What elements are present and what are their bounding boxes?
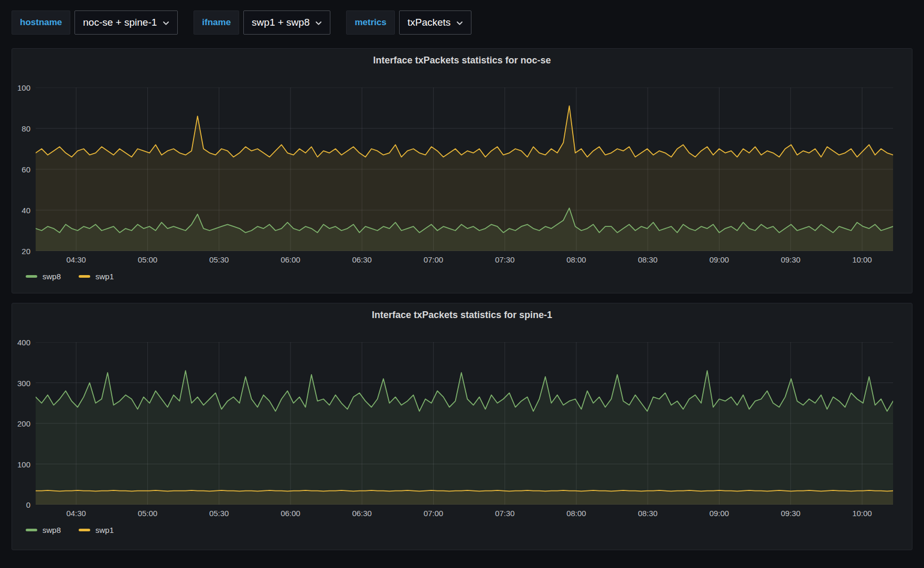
legend-label: swp8	[42, 272, 61, 281]
y-axis: 10080604020	[12, 88, 36, 251]
y-tick-label: 100	[17, 84, 30, 92]
panel-noc-se: Interface txPackets statistics for noc-s…	[12, 48, 912, 293]
x-axis: 04:3005:0005:3006:0006:3007:0007:3008:00…	[36, 509, 893, 519]
legend: swp8swp1	[26, 272, 912, 281]
legend-item-swp1[interactable]: swp1	[79, 526, 114, 534]
filter-group-metrics: metrics txPackets	[346, 10, 471, 35]
x-tick-label: 10:00	[852, 256, 872, 265]
x-tick-label: 09:00	[710, 256, 729, 265]
x-tick-label: 09:00	[710, 509, 729, 518]
chevron-down-icon	[315, 21, 322, 26]
filter-value-ifname[interactable]: swp1 + swp8	[243, 10, 330, 35]
x-tick-label: 04:30	[66, 256, 86, 265]
x-tick-label: 08:00	[566, 256, 586, 265]
legend-label: swp1	[95, 526, 114, 534]
x-tick-label: 06:00	[281, 509, 300, 518]
x-tick-label: 06:30	[352, 509, 372, 518]
legend-item-swp8[interactable]: swp8	[26, 526, 61, 534]
y-tick-label: 200	[17, 420, 30, 428]
x-tick-label: 05:00	[138, 509, 158, 518]
x-tick-label: 06:00	[281, 256, 300, 265]
x-tick-label: 05:30	[209, 509, 229, 518]
chevron-down-icon	[456, 21, 463, 26]
filter-group-hostname: hostname noc-se + spine-1	[12, 10, 178, 35]
filter-label-hostname: hostname	[12, 10, 70, 35]
x-tick-label: 09:30	[781, 256, 801, 265]
y-tick-label: 40	[22, 206, 30, 214]
x-tick-label: 09:30	[781, 509, 801, 518]
variable-filter-bar: hostname noc-se + spine-1 ifname swp1 + …	[0, 0, 924, 35]
y-tick-label: 60	[22, 166, 30, 173]
filter-group-ifname: ifname swp1 + swp8	[194, 10, 330, 35]
filter-value-text: txPackets	[407, 17, 450, 28]
y-axis: 4003002001000	[12, 342, 36, 505]
legend-swatch	[26, 275, 37, 278]
chevron-down-icon	[163, 21, 169, 26]
x-tick-label: 04:30	[66, 509, 86, 518]
legend-label: swp1	[95, 272, 114, 281]
chart-canvas	[36, 88, 893, 251]
filter-label-ifname: ifname	[194, 10, 239, 35]
x-tick-label: 05:00	[138, 256, 158, 265]
filter-value-hostname[interactable]: noc-se + spine-1	[74, 10, 178, 35]
filter-value-text: noc-se + spine-1	[83, 17, 157, 28]
chart-area: 4003002001000	[12, 342, 912, 505]
legend-swatch	[26, 529, 37, 531]
filter-value-metrics[interactable]: txPackets	[399, 10, 471, 35]
x-axis: 04:3005:0005:3006:0006:3007:0007:3008:00…	[36, 256, 893, 265]
y-tick-label: 300	[17, 379, 30, 387]
y-tick-label: 400	[17, 338, 30, 346]
filter-value-text: swp1 + swp8	[252, 17, 309, 28]
x-tick-label: 08:30	[638, 509, 658, 518]
legend-swatch	[79, 275, 90, 278]
plot-area[interactable]	[36, 342, 893, 505]
legend-item-swp1[interactable]: swp1	[79, 272, 114, 281]
x-tick-label: 07:30	[495, 509, 515, 518]
x-tick-label: 07:00	[424, 509, 444, 518]
panel-spine-1: Interface txPackets statistics for spine…	[12, 303, 912, 550]
x-tick-label: 08:00	[566, 509, 586, 518]
panel-title: Interface txPackets statistics for noc-s…	[12, 49, 912, 66]
x-tick-label: 05:30	[209, 256, 229, 265]
legend-swatch	[79, 529, 90, 531]
y-tick-label: 0	[26, 501, 30, 509]
legend-label: swp8	[42, 526, 61, 534]
y-tick-label: 80	[22, 125, 30, 133]
x-tick-label: 10:00	[852, 509, 872, 518]
panel-title: Interface txPackets statistics for spine…	[12, 303, 912, 321]
chart-area: 10080604020	[12, 88, 912, 251]
y-tick-label: 100	[17, 460, 30, 468]
x-tick-label: 06:30	[352, 256, 372, 265]
filter-label-metrics: metrics	[346, 10, 394, 35]
x-tick-label: 07:00	[424, 256, 444, 265]
x-tick-label: 07:30	[495, 256, 515, 265]
y-tick-label: 20	[22, 247, 30, 255]
legend-item-swp8[interactable]: swp8	[26, 272, 61, 281]
plot-area[interactable]	[36, 88, 893, 251]
legend: swp8swp1	[26, 526, 912, 534]
chart-canvas	[36, 342, 893, 505]
x-tick-label: 08:30	[638, 256, 658, 265]
